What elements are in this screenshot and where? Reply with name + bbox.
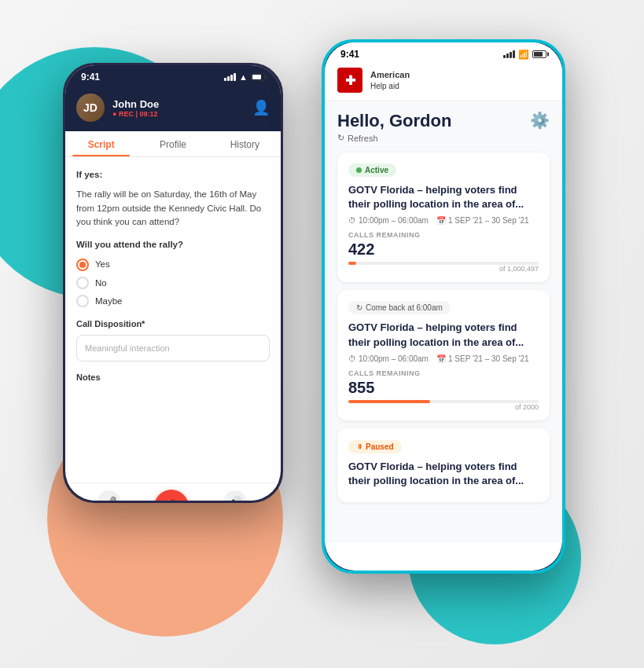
speaker-button[interactable]: 🔊 Speaker xyxy=(222,490,248,501)
right-phone-screen: 9:41 📶 ✚ American Help aid xyxy=(325,42,562,571)
left-status-bar: 9:41 ▲ xyxy=(65,65,281,86)
time-meta-1: ⏱ 10:00pm – 06:00am xyxy=(348,216,429,225)
right-wifi-icon: 📶 xyxy=(518,50,529,60)
progress-total-1: of 1,000,497 xyxy=(348,265,539,273)
question-label: Will you attend the rally? xyxy=(76,238,270,251)
left-time: 9:41 xyxy=(81,72,100,83)
calls-count-1: 422 xyxy=(348,240,539,259)
status-badge-active: Active xyxy=(348,163,396,177)
radio-no[interactable]: No xyxy=(76,277,270,290)
left-phone: 9:41 ▲ JD John Doe ● REC | 09:12 xyxy=(63,63,283,503)
time-meta-2: ⏱ 10:00pm – 06:00am xyxy=(348,354,429,363)
calls-count-2: 855 xyxy=(348,379,539,397)
caller-name: John Doe xyxy=(112,98,245,110)
call-controls: 🎤 Mute 📵 🔊 Speaker xyxy=(65,483,281,501)
calls-label-2: CALLS REMAINING xyxy=(348,369,539,377)
script-content: If yes: The rally will be on Saturday, t… xyxy=(65,157,281,483)
date-meta-2: 📅 1 SEP '21 – 30 Sep '21 xyxy=(436,354,529,363)
greeting-text: Hello, Gordon xyxy=(337,111,451,131)
caller-info: John Doe ● REC | 09:12 xyxy=(112,98,245,118)
right-phone: 9:41 📶 ✚ American Help aid xyxy=(322,39,565,574)
org-header: ✚ American Help aid xyxy=(325,63,562,101)
redcross-logo: ✚ xyxy=(337,68,362,93)
status-badge-paused: Paused xyxy=(348,440,402,453)
avatar: JD xyxy=(76,94,105,122)
right-main-content: Hello, Gordon ⚙️ ↻ Refresh Active GOTV F… xyxy=(325,101,562,543)
mute-icon: 🎤 xyxy=(98,490,121,501)
calls-label-1: CALLS REMAINING xyxy=(348,231,539,239)
progress-total-2: of 2000 xyxy=(348,403,539,411)
tab-history[interactable]: History xyxy=(209,131,281,156)
mute-button[interactable]: 🎤 Mute xyxy=(98,490,121,501)
rec-badge: ● REC | 09:12 xyxy=(112,110,245,118)
battery-icon xyxy=(251,73,265,81)
right-signal-icon xyxy=(503,50,515,58)
refresh-button[interactable]: ↻ Refresh xyxy=(337,133,550,143)
campaign-title-1: GOTV Florida – helping voters find their… xyxy=(348,183,539,211)
settings-icon[interactable]: ⚙️ xyxy=(530,111,550,130)
radio-yes[interactable]: Yes xyxy=(76,258,270,271)
disposition-label: Call Disposition* xyxy=(76,317,270,331)
campaign-title-2: GOTV Florida – helping voters find their… xyxy=(348,321,539,349)
campaign-card-3[interactable]: Paused GOTV Florida – helping voters fin… xyxy=(337,428,550,502)
status-badge-comeback: ↻ Come back at 6:00am xyxy=(348,301,451,314)
campaign-meta-2: ⏱ 10:00pm – 06:00am 📅 1 SEP '21 – 30 Sep… xyxy=(348,354,539,363)
end-call-button[interactable]: 📵 xyxy=(154,490,189,501)
date-meta-1: 📅 1 SEP '21 – 30 Sep '21 xyxy=(436,216,529,225)
calendar-icon-2: 📅 xyxy=(436,354,446,363)
tab-script[interactable]: Script xyxy=(65,131,137,156)
clock-icon-2: ⏱ xyxy=(348,354,356,363)
script-body: The rally will be on Saturday, the 16th … xyxy=(76,188,270,229)
campaign-meta-1: ⏱ 10:00pm – 06:00am 📅 1 SEP '21 – 30 Sep… xyxy=(348,216,539,225)
caller-header: JD John Doe ● REC | 09:12 👤 xyxy=(65,86,281,131)
disposition-input[interactable]: Meaningful interaction xyxy=(76,335,270,362)
clock-icon-1: ⏱ xyxy=(348,216,356,225)
refresh-icon: ↻ xyxy=(337,133,344,143)
radio-group: Yes No Maybe xyxy=(76,258,270,308)
left-status-icons: ▲ xyxy=(224,72,265,82)
right-time: 9:41 xyxy=(340,49,359,60)
wifi-icon: ▲ xyxy=(239,72,248,82)
right-status-icons: 📶 xyxy=(503,50,546,60)
speaker-icon: 🔊 xyxy=(223,490,247,501)
radio-no-circle xyxy=(76,277,89,289)
person-icon[interactable]: 👤 xyxy=(252,99,270,116)
tab-profile[interactable]: Profile xyxy=(137,131,208,156)
campaign-title-3: GOTV Florida – helping voters find their… xyxy=(348,460,539,488)
radio-maybe[interactable]: Maybe xyxy=(76,295,270,308)
radio-yes-circle xyxy=(76,259,89,271)
campaign-card-2[interactable]: ↻ Come back at 6:00am GOTV Florida – hel… xyxy=(337,290,550,420)
right-battery-icon xyxy=(532,50,546,58)
signal-icon xyxy=(224,73,236,81)
calendar-icon-1: 📅 xyxy=(436,216,446,225)
tab-bar: Script Profile History xyxy=(65,131,281,157)
comeback-icon: ↻ xyxy=(356,303,362,312)
campaign-card-1[interactable]: Active GOTV Florida – helping voters fin… xyxy=(337,152,550,282)
org-name: American Help aid xyxy=(370,69,410,90)
notes-label: Notes xyxy=(76,371,270,384)
left-phone-screen: 9:41 ▲ JD John Doe ● REC | 09:12 xyxy=(65,65,281,501)
radio-maybe-circle xyxy=(76,295,89,307)
right-status-bar: 9:41 📶 xyxy=(325,42,562,63)
if-yes-label: If yes: xyxy=(76,168,270,182)
greeting-row: Hello, Gordon ⚙️ xyxy=(337,111,550,131)
